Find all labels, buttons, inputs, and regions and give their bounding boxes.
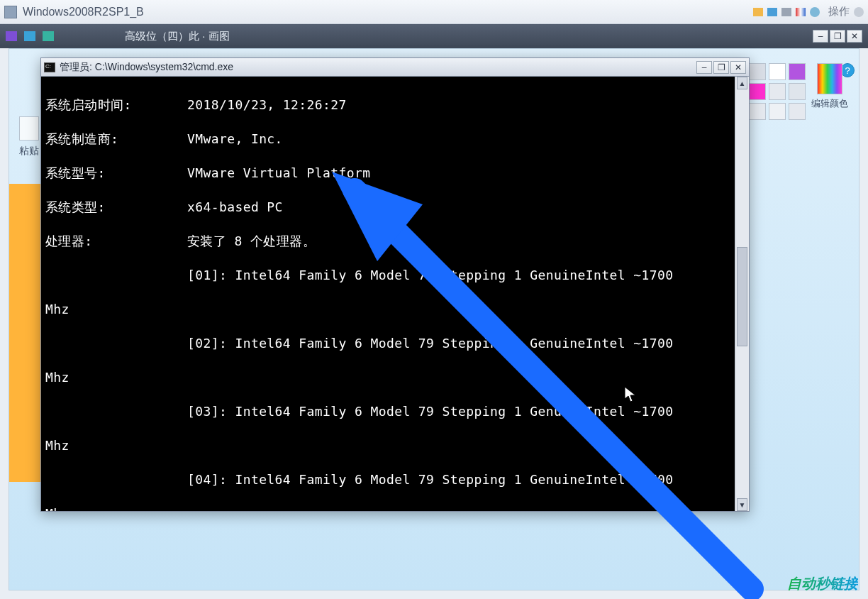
color-swatch[interactable] bbox=[789, 63, 806, 80]
guest-desktop: ? 粘贴 编辑颜色 管理 bbox=[9, 48, 859, 590]
color-swatch[interactable] bbox=[749, 63, 766, 80]
value-sys-type: x64-based PC bbox=[187, 199, 730, 216]
value-manufacturer: VMware, Inc. bbox=[187, 131, 730, 148]
label-model: 系统型号: bbox=[45, 165, 187, 182]
label-boot-time: 系统启动时间: bbox=[45, 97, 187, 114]
label-manufacturer: 系统制造商: bbox=[45, 131, 187, 148]
scroll-thumb[interactable] bbox=[737, 247, 747, 346]
cpu-line: [01]: Intel64 Family 6 Model 79 Stepping… bbox=[45, 267, 730, 284]
vm-app-icon bbox=[4, 6, 17, 18]
color-swatch[interactable] bbox=[769, 103, 786, 120]
cmd-scrollbar[interactable]: ▲ ▼ bbox=[735, 77, 749, 511]
vm-tray: 操作 bbox=[753, 5, 864, 18]
tray-icon bbox=[753, 8, 763, 16]
watermark-text: 自动秒链接 bbox=[787, 574, 858, 593]
vm-titlebar: Windows2008R2SP1_B 操作 bbox=[0, 0, 868, 24]
cmd-minimize-button[interactable]: – bbox=[696, 61, 712, 74]
cpu-line: [04]: Intel64 Family 6 Model 79 Stepping… bbox=[45, 471, 730, 488]
color-swatch[interactable] bbox=[769, 63, 786, 80]
mhz-label: Mhz bbox=[45, 301, 730, 318]
cmd-window: 管理员: C:\Windows\system32\cmd.exe – ❐ ✕ 系… bbox=[40, 57, 750, 512]
maximize-button[interactable]: ❐ bbox=[830, 30, 845, 43]
cmd-body: 系统启动时间:2018/10/23, 12:26:27 系统制造商:VMware… bbox=[41, 77, 749, 511]
vm-title: Windows2008R2SP1_B bbox=[23, 6, 753, 18]
value-processors-summary: 安装了 8 个处理器。 bbox=[187, 233, 730, 250]
cmd-app-icon bbox=[44, 62, 55, 72]
color-swatch[interactable] bbox=[769, 83, 786, 100]
vm-toolbar: 高级位（四）此 · 画图 – ❐ ✕ bbox=[0, 24, 868, 48]
toolbar-doc-title: 高级位（四）此 · 画图 bbox=[125, 30, 230, 43]
mhz-label: Mhz bbox=[45, 369, 730, 386]
cmd-close-button[interactable]: ✕ bbox=[730, 61, 746, 74]
tray-status-dot-icon bbox=[810, 7, 820, 17]
scroll-down-arrow-icon[interactable]: ▼ bbox=[737, 498, 747, 511]
close-vm-icon[interactable] bbox=[854, 7, 864, 17]
tray-icon bbox=[767, 8, 777, 16]
close-button[interactable]: ✕ bbox=[847, 30, 862, 43]
tray-flag-icon bbox=[796, 8, 806, 16]
toolbar-redo-icon[interactable] bbox=[43, 31, 54, 41]
inner-window-controls: – ❐ ✕ bbox=[813, 30, 862, 43]
label-sys-type: 系统类型: bbox=[45, 199, 187, 216]
tray-icon bbox=[781, 8, 791, 16]
toolbar-undo-icon[interactable] bbox=[24, 31, 35, 41]
cmd-maximize-button[interactable]: ❐ bbox=[713, 61, 729, 74]
toolbar-save-icon[interactable] bbox=[6, 31, 17, 41]
color-swatch[interactable] bbox=[749, 83, 766, 100]
color-swatch[interactable] bbox=[749, 103, 766, 120]
paste-label: 粘贴 bbox=[15, 145, 43, 158]
mhz-label: Mhz bbox=[45, 505, 730, 511]
value-boot-time: 2018/10/23, 12:26:27 bbox=[187, 97, 730, 114]
ribbon-clipboard-group: 粘贴 bbox=[15, 116, 43, 158]
clipboard-icon[interactable] bbox=[19, 116, 39, 141]
cpu-line: [02]: Intel64 Family 6 Model 79 Stepping… bbox=[45, 335, 730, 352]
edit-colors-icon[interactable] bbox=[817, 63, 842, 94]
mhz-label: Mhz bbox=[45, 437, 730, 454]
scroll-up-arrow-icon[interactable]: ▲ bbox=[737, 77, 747, 89]
color-swatch[interactable] bbox=[789, 103, 806, 120]
cmd-title-text: 管理员: C:\Windows\system32\cmd.exe bbox=[60, 61, 696, 74]
value-model: VMware Virtual Platform bbox=[187, 165, 730, 182]
label-processors: 处理器: bbox=[45, 233, 187, 250]
edit-colors-label: 编辑颜色 bbox=[811, 97, 848, 110]
cmd-titlebar[interactable]: 管理员: C:\Windows\system32\cmd.exe – ❐ ✕ bbox=[41, 58, 749, 77]
ribbon-colors-group: 编辑颜色 bbox=[745, 63, 852, 163]
color-swatches[interactable] bbox=[749, 63, 806, 120]
minimize-button[interactable]: – bbox=[813, 30, 828, 43]
cmd-terminal-output[interactable]: 系统启动时间:2018/10/23, 12:26:27 系统制造商:VMware… bbox=[41, 77, 735, 511]
color-swatch[interactable] bbox=[789, 83, 806, 100]
cpu-line: [03]: Intel64 Family 6 Model 79 Stepping… bbox=[45, 403, 730, 420]
vm-operate-label[interactable]: 操作 bbox=[828, 5, 850, 18]
